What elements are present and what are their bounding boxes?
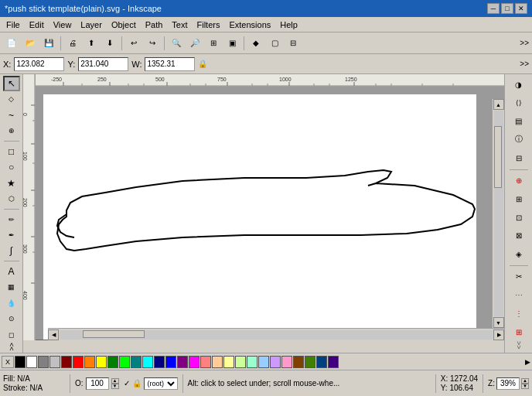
- color-brown[interactable]: [293, 356, 304, 368]
- color-dark-blue[interactable]: [316, 356, 327, 368]
- snap5-button[interactable]: ◈: [508, 245, 530, 263]
- toolbar-expand[interactable]: >>: [520, 39, 529, 47]
- menu-object[interactable]: Object: [107, 19, 141, 31]
- color-pink[interactable]: [281, 356, 292, 368]
- node-tool[interactable]: ◇: [3, 92, 20, 107]
- menu-filters[interactable]: Filters: [193, 19, 225, 31]
- color-maroon[interactable]: [61, 356, 72, 368]
- horizontal-scrollbar[interactable]: ◀ ▶: [48, 328, 504, 340]
- scroll-thumb-horizontal[interactable]: [83, 330, 145, 338]
- menu-help[interactable]: Help: [275, 19, 302, 31]
- align-button[interactable]: ⊟: [508, 149, 530, 167]
- color-green[interactable]: [107, 356, 118, 368]
- color-lime[interactable]: [119, 356, 130, 368]
- menu-edit[interactable]: Edit: [25, 19, 49, 31]
- node-button[interactable]: ◆: [247, 35, 264, 52]
- snap8-button[interactable]: ⋮: [508, 305, 530, 323]
- layers-button[interactable]: ▤: [508, 112, 530, 130]
- pencil-tool[interactable]: ✏: [3, 212, 20, 227]
- zoom-out-button[interactable]: 🔎: [186, 35, 203, 52]
- snap9-button[interactable]: ⊞: [508, 323, 530, 341]
- snap1-button[interactable]: ⊕: [508, 172, 530, 189]
- open-button[interactable]: 📂: [22, 35, 39, 52]
- snap7-button[interactable]: ⋯: [508, 286, 530, 304]
- coord-toolbar-expand[interactable]: >>: [520, 60, 529, 68]
- redo-button[interactable]: ↪: [144, 35, 161, 52]
- vertical-scrollbar[interactable]: ▲ ▼: [492, 99, 504, 328]
- color-light-red[interactable]: [200, 356, 211, 368]
- color-lavender[interactable]: [270, 356, 281, 368]
- drawing-canvas[interactable]: ◀ ▶ ▲ ▼: [36, 87, 504, 340]
- color-gray[interactable]: [38, 356, 49, 368]
- spray-tool[interactable]: ⊙: [3, 311, 20, 326]
- x-input[interactable]: [14, 57, 64, 71]
- scroll-right-button[interactable]: ▶: [493, 329, 504, 340]
- zoom-tool[interactable]: ⊕: [3, 124, 20, 138]
- color-mint[interactable]: [247, 356, 257, 368]
- snap6-button[interactable]: ✂: [508, 268, 530, 286]
- group-button[interactable]: ▢: [266, 35, 283, 52]
- menu-view[interactable]: View: [49, 19, 77, 31]
- toolbox-expand[interactable]: <<: [8, 343, 15, 351]
- gradient-tool[interactable]: ▦: [3, 280, 20, 295]
- opacity-spinner[interactable]: ▲ ▼: [111, 378, 119, 389]
- lock-icon[interactable]: 🔒: [198, 60, 207, 68]
- color-black[interactable]: [15, 356, 26, 368]
- right-panel-expand[interactable]: >>: [515, 341, 523, 350]
- maximize-button[interactable]: □: [501, 3, 513, 14]
- menu-layer[interactable]: Layer: [76, 19, 107, 31]
- 3dbox-tool[interactable]: ⬡: [3, 191, 20, 206]
- color-blue[interactable]: [165, 356, 176, 368]
- zoom-up[interactable]: ▲: [521, 378, 529, 384]
- print-button[interactable]: 🖨: [64, 35, 81, 52]
- palette-scroll-right[interactable]: ▶: [525, 358, 530, 366]
- zoom-in-button[interactable]: 🔍: [168, 35, 185, 52]
- menu-path[interactable]: Path: [141, 19, 168, 31]
- color-olive[interactable]: [305, 356, 315, 368]
- pen-tool[interactable]: ✒: [3, 227, 20, 242]
- color-yellow[interactable]: [96, 356, 107, 368]
- w-input[interactable]: [145, 57, 195, 71]
- save-button[interactable]: 💾: [40, 35, 57, 52]
- scroll-down-button[interactable]: ▼: [493, 317, 504, 328]
- color-magenta[interactable]: [189, 356, 200, 368]
- color-orange[interactable]: [84, 356, 95, 368]
- undo-button[interactable]: ↩: [125, 35, 142, 52]
- color-red[interactable]: [73, 356, 84, 368]
- snap3-button[interactable]: ⊡: [508, 209, 530, 227]
- opacity-down[interactable]: ▼: [111, 384, 119, 389]
- fill-stroke-button[interactable]: ◑: [508, 76, 530, 94]
- color-teal[interactable]: [131, 356, 142, 368]
- tweak-tool[interactable]: ~: [3, 108, 20, 122]
- color-silver[interactable]: [49, 356, 60, 368]
- color-light-green[interactable]: [235, 356, 246, 368]
- menu-text[interactable]: Text: [167, 19, 192, 31]
- text-tool[interactable]: A: [3, 264, 20, 278]
- opacity-input[interactable]: [86, 377, 109, 390]
- color-sky-blue[interactable]: [258, 356, 269, 368]
- export-button[interactable]: ⬇: [101, 35, 118, 52]
- zoom-spinner[interactable]: ▲ ▼: [521, 378, 529, 389]
- color-indigo[interactable]: [328, 356, 339, 368]
- color-light-yellow[interactable]: [223, 356, 234, 368]
- opacity-up[interactable]: ▲: [111, 378, 119, 384]
- menu-file[interactable]: File: [2, 19, 25, 31]
- xml-editor-button[interactable]: ⟨⟩: [508, 94, 530, 112]
- color-white[interactable]: [26, 356, 37, 368]
- color-peach[interactable]: [212, 356, 223, 368]
- star-tool[interactable]: ★: [3, 176, 20, 190]
- master-select[interactable]: (root): [144, 377, 178, 390]
- scroll-left-button[interactable]: ◀: [48, 329, 59, 340]
- scroll-up-button[interactable]: ▲: [493, 99, 504, 110]
- ellipse-tool[interactable]: ○: [3, 159, 20, 174]
- no-color-swatch[interactable]: X: [2, 356, 14, 368]
- scroll-thumb-vertical[interactable]: [494, 126, 502, 188]
- zoom-down[interactable]: ▼: [521, 384, 529, 389]
- close-button[interactable]: ✕: [515, 3, 527, 14]
- zoom-input[interactable]: [496, 377, 520, 390]
- calligraphy-tool[interactable]: ∫: [3, 244, 20, 258]
- snap2-button[interactable]: ⊞: [508, 190, 530, 208]
- color-purple[interactable]: [177, 356, 188, 368]
- eraser-tool[interactable]: ◻: [3, 327, 20, 342]
- import-button[interactable]: ⬆: [83, 35, 100, 52]
